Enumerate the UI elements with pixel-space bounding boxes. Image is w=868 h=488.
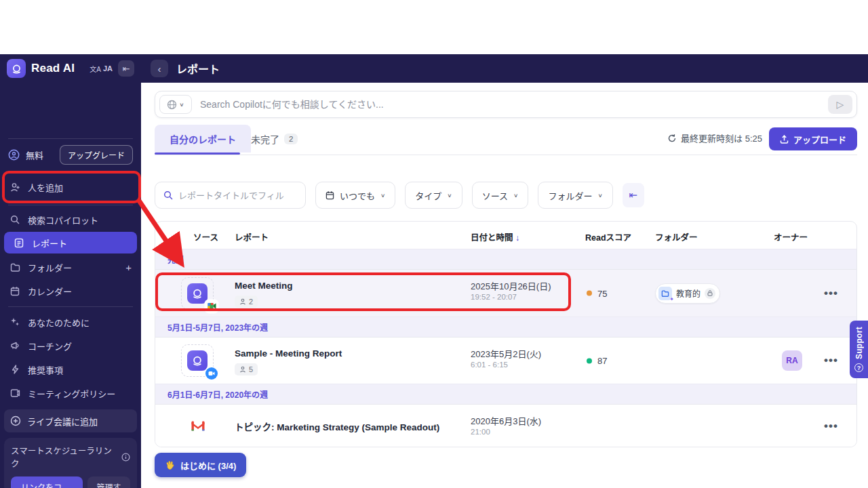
report-title[interactable]: トピック: Marketing Strategy (Sample Readout… [235, 420, 439, 433]
getting-started-button[interactable]: はじめに (3/4) [155, 453, 246, 477]
sidebar-item-label: カレンダー [28, 285, 72, 298]
language-code: JA [103, 64, 113, 73]
report-title-input[interactable] [178, 190, 298, 201]
sidebar-collapse-button[interactable]: ⇤ [118, 60, 134, 77]
app-window: Read AI 文A JA ⇤ 無料 アップグレード 人を追加 [0, 54, 868, 488]
sidebar-item-calendar[interactable]: カレンダー [0, 279, 141, 302]
tabs-row: 自分のレポート 未完了 2 最終更新時刻は 5:25 アップロード [155, 125, 857, 155]
participants-badge: 5 [235, 363, 258, 375]
source-filter-label: ソース [482, 189, 508, 202]
participants-count: 2 [249, 298, 253, 306]
col-owner: オーナー [774, 230, 808, 243]
filter-row: いつでも ∨ タイプ ∨ ソース ∨ フォルダー ∨ ⇤ [155, 182, 644, 209]
tab-incomplete-label: 未完了 [251, 132, 279, 146]
sidebar-item-search-copilot[interactable]: 検索コパイロット [0, 208, 141, 231]
folder-name: 教育的 [676, 287, 701, 299]
back-button[interactable]: ‹ [151, 60, 168, 77]
score-value: 75 [597, 288, 607, 298]
last-updated-text: 最終更新時刻は 5:25 [681, 131, 762, 144]
search-icon [163, 190, 173, 200]
page-title: レポート [176, 60, 220, 77]
info-icon[interactable] [121, 453, 130, 462]
last-updated[interactable]: 最終更新時刻は 5:25 [667, 131, 762, 144]
sidebar-item-folders[interactable]: フォルダー + [0, 256, 141, 279]
copilot-search-bar: ∨ ▷ [155, 91, 857, 118]
read-ai-logo-icon[interactable] [7, 59, 26, 78]
reports-table: ソース レポート 日付と時間 ↓ Readスコア フォルダー オーナー 先週 [155, 221, 857, 447]
source-filter-dropdown[interactable]: ソース ∨ [472, 182, 529, 209]
score-value: 87 [597, 356, 607, 366]
collapse-left-icon: ⇤ [123, 64, 130, 74]
sidebar-item-add-people[interactable]: 人を追加 [0, 176, 141, 199]
col-folder: フォルダー [655, 230, 698, 243]
add-folder-button[interactable]: + [125, 262, 132, 273]
sidebar-item-reports[interactable]: レポート [4, 232, 137, 253]
refresh-icon [667, 134, 677, 143]
date-filter-dropdown[interactable]: いつでも ∨ [315, 182, 395, 209]
folder-icon: ✦ [658, 287, 672, 300]
report-title[interactable]: Meet Meeting [235, 281, 293, 291]
sidebar-item-label: あなたのために [28, 316, 90, 329]
table-row[interactable]: Meet Meeting 2 2025年10月26日(日) 19:52 - 20… [155, 269, 856, 317]
sidebar-header: Read AI 文A JA ⇤ [0, 54, 141, 83]
lock-icon [705, 288, 715, 299]
incomplete-count-badge: 2 [284, 134, 298, 144]
row-menu-button[interactable]: ••• [824, 420, 838, 433]
scope-selector[interactable]: ∨ [159, 95, 192, 114]
row-menu-button[interactable]: ••• [824, 354, 838, 367]
translate-icon: 文A [90, 64, 101, 74]
upload-button[interactable]: アップロード [769, 127, 857, 150]
folder-badge[interactable]: ✦ 教育的 [655, 283, 720, 304]
read-ai-source-icon [187, 350, 208, 371]
upload-icon [780, 135, 789, 144]
upgrade-button[interactable]: アップグレード [60, 145, 133, 165]
wave-hand-icon [165, 460, 175, 470]
plan-row: 無料 アップグレード [0, 142, 141, 167]
type-filter-label: タイプ [415, 189, 441, 202]
search-icon [9, 215, 20, 224]
divider [8, 171, 133, 171]
support-tab[interactable]: Support ? [850, 321, 868, 378]
chevron-down-icon: ∨ [380, 192, 385, 199]
sidebar-item-label: ミーティングポリシー [28, 387, 115, 400]
sidebar: Read AI 文A JA ⇤ 無料 アップグレード 人を追加 [0, 54, 141, 488]
report-time: 6:01 - 6:15 [471, 361, 508, 369]
chevron-down-icon: ∨ [179, 102, 184, 108]
col-datetime[interactable]: 日付と時間 ↓ [471, 230, 519, 243]
copy-link-button[interactable]: リンクをコピー [11, 476, 83, 488]
sidebar-item-label: 検索コパイロット [28, 214, 98, 226]
active-tab-underline [155, 152, 240, 155]
language-switcher[interactable]: 文A JA [90, 64, 113, 74]
report-time: 21:00 [471, 428, 490, 436]
getting-started-label: はじめに (3/4) [180, 459, 236, 472]
copilot-input[interactable] [192, 99, 828, 110]
owner-avatar[interactable]: RA [782, 350, 802, 371]
folder-filter-dropdown[interactable]: フォルダー ∨ [538, 182, 612, 209]
sidebar-item-for-you[interactable]: あなたのために [0, 310, 141, 333]
row-menu-button[interactable]: ••• [824, 287, 838, 300]
collapse-filters-button[interactable]: ⇤ [623, 183, 644, 207]
sidebar-item-meeting-policy[interactable]: ミーティングポリシー [0, 382, 141, 405]
manage-button[interactable]: 管理する [87, 476, 130, 488]
sidebar-item-label: フォルダー [28, 261, 72, 274]
tab-my-reports[interactable]: 自分のレポート [155, 125, 251, 152]
group-header: 先週 [155, 249, 856, 269]
add-to-live-meeting-button[interactable]: ライブ会議に追加 [4, 409, 137, 432]
send-button[interactable]: ▷ [828, 95, 852, 114]
sidebar-item-recommendations[interactable]: 推奨事項 [0, 358, 141, 381]
type-filter-dropdown[interactable]: タイプ ∨ [405, 182, 462, 209]
chevron-down-icon: ∨ [447, 192, 452, 199]
sidebar-item-coaching[interactable]: コーチング [0, 334, 141, 357]
table-row[interactable]: Sample - Meeting Report 5 2023年5月2日(火) 6… [155, 337, 856, 384]
report-title[interactable]: Sample - Meeting Report [235, 348, 342, 359]
report-date: 2020年6月3日(水) [471, 414, 541, 427]
live-meeting-label: ライブ会議に追加 [27, 415, 98, 428]
date-filter-label: いつでも [340, 189, 375, 202]
smart-scheduler-card: スマートスケジューラリンク リンクをコピー 管理する [4, 438, 137, 488]
tab-incomplete[interactable]: 未完了 2 [251, 125, 298, 152]
sidebar-item-label: レポート [32, 237, 67, 249]
sidebar-item-label: 人を追加 [28, 181, 63, 194]
table-row[interactable]: トピック: Marketing Strategy (Sample Readout… [155, 404, 856, 447]
divider [8, 138, 133, 139]
globe-icon [167, 100, 177, 110]
